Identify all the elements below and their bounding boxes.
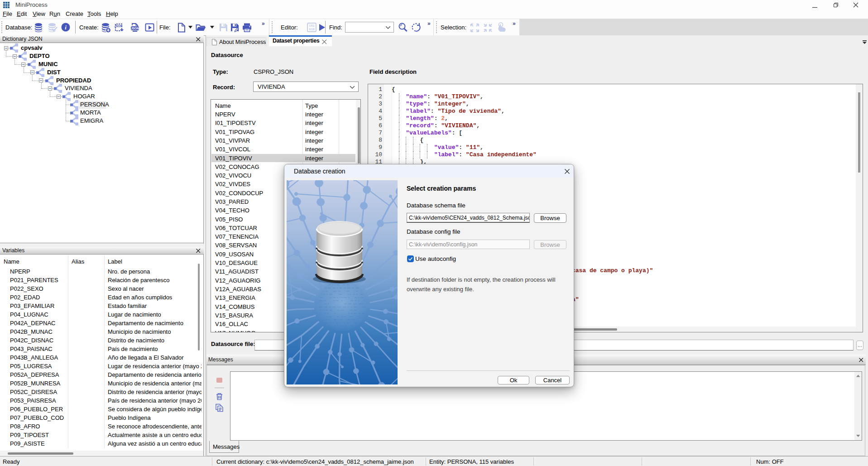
svg-text:i: i (65, 24, 67, 31)
svg-text:JSON: JSON (114, 24, 122, 28)
svg-text:010: 010 (309, 28, 315, 31)
svg-text:101: 101 (309, 24, 315, 28)
svg-text:JSON: JSON (131, 27, 139, 30)
